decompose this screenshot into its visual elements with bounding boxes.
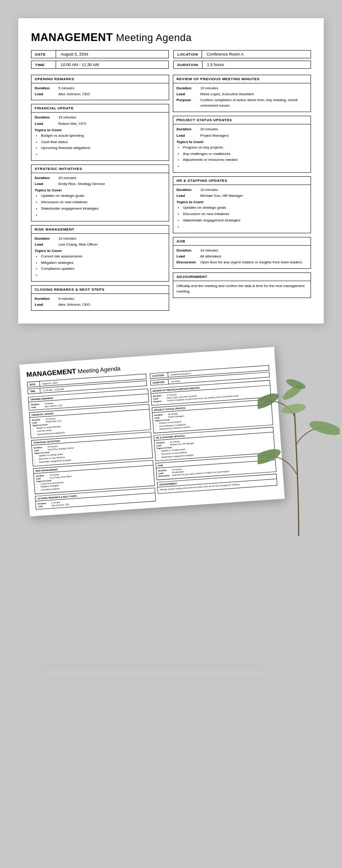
section-closing-remarks: CLOSING REMARKS & NEXT STEPS Duration5 m… (31, 285, 169, 311)
svg-point-3 (281, 402, 307, 416)
strategic-initiatives-title: STRATEGIC INITIATIVES (31, 165, 169, 173)
duration-value: 1.5 hours (202, 61, 311, 69)
svg-point-2 (258, 390, 281, 413)
agenda-grid: OPENING REMARKS Duration5 minutes LeadAl… (31, 75, 311, 311)
section-financial-update: FINANCIAL UPDATE Duration15 minutes Lead… (31, 104, 169, 161)
time-row: TIME 10:00 AM - 11:30 AM (31, 61, 169, 69)
aob-title: AOB (173, 237, 311, 246)
section-strategic-initiatives: STRATEGIC INITIATIVES Duration20 minutes… (31, 164, 169, 221)
date-row: DATE August 5, 2034 (31, 50, 169, 58)
adjournment-title: ADJOURNMENT (173, 273, 311, 281)
section-review-previous: REVIEW OF PREVIOUS MEETING MINUTES Durat… (173, 75, 311, 112)
opening-remarks-title: OPENING REMARKS (31, 75, 169, 83)
review-previous-title: REVIEW OF PREVIOUS MEETING MINUTES (173, 75, 311, 83)
financial-update-title: FINANCIAL UPDATE (31, 104, 169, 113)
date-label: DATE (31, 50, 56, 58)
main-document: MANAGEMENT Meeting Agenda DATE August 5,… (18, 18, 324, 324)
paper-stack (43, 665, 262, 675)
time-label: TIME (31, 61, 56, 69)
date-value: August 5, 2034 (56, 50, 169, 58)
section-adjournment: ADJOURNMENT Officially end the meeting a… (173, 272, 311, 298)
section-project-status: PROJECT STATUS UPDATES Duration20 minute… (173, 116, 311, 173)
svg-point-1 (308, 418, 340, 438)
duration-label: DURATION (173, 61, 202, 69)
svg-point-0 (258, 446, 282, 467)
section-risk-management: RISK MANAGEMENT Duration10 minutes LeadL… (31, 225, 169, 282)
location-value: Conference Room A (202, 50, 311, 58)
hr-staffing-title: HR & STAFFING UPDATES (173, 177, 311, 185)
left-column: OPENING REMARKS Duration5 minutes LeadAl… (31, 75, 169, 311)
risk-management-title: RISK MANAGEMENT (31, 226, 169, 234)
time-value: 10:00 AM - 11:30 AM (56, 61, 169, 69)
project-status-title: PROJECT STATUS UPDATES (173, 116, 311, 124)
right-column: REVIEW OF PREVIOUS MEETING MINUTES Durat… (173, 75, 311, 311)
second-section: MANAGEMENT Meeting Agenda DATE August 5,… (16, 351, 326, 683)
section-aob: AOB Duration10 minutes LeadAll attendees… (173, 237, 311, 269)
document-title: MANAGEMENT Meeting Agenda (31, 31, 311, 44)
location-label: LOCATION (173, 50, 202, 58)
section-hr-staffing: HR & STAFFING UPDATES Duration10 minutes… (173, 176, 311, 233)
tilted-document: MANAGEMENT Meeting Agenda DATE August 5,… (19, 347, 285, 517)
location-row: LOCATION Conference Room A (173, 50, 311, 58)
duration-row: DURATION 1.5 hours (173, 61, 311, 69)
section-opening-remarks: OPENING REMARKS Duration5 minutes LeadAl… (31, 75, 169, 100)
plant-decoration (258, 324, 340, 551)
closing-remarks-title: CLOSING REMARKS & NEXT STEPS (31, 286, 169, 294)
